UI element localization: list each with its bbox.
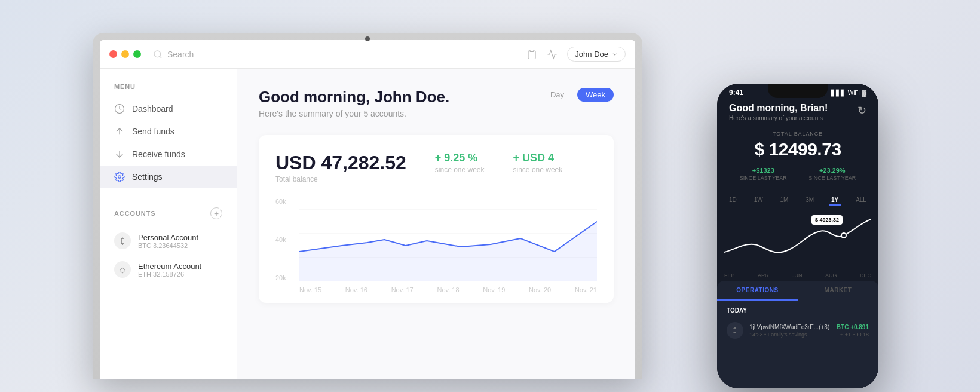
user-name: John Doe [575, 50, 608, 59]
transaction-hash: 1jLVpwtNMfXWadEe3rE...(+3) [749, 324, 831, 330]
balance-amount: USD 47,282.52 [275, 152, 406, 174]
settings-icon [114, 172, 125, 182]
phone-balance-label: TOTAL BALANCE [729, 131, 866, 137]
send-icon [114, 126, 125, 137]
svg-point-0 [154, 51, 161, 57]
tab-operations[interactable]: OPERATIONS [717, 281, 798, 301]
change-usd-stat: + USD 4 since one week [513, 152, 563, 183]
y-label-20k: 20k [275, 274, 297, 281]
chart-card: USD 47,282.52 Total balance + 9.25 % sin… [259, 135, 614, 303]
user-badge[interactable]: John Doe [567, 47, 626, 62]
clipboard-icon[interactable] [526, 49, 537, 60]
svg-rect-2 [530, 50, 534, 51]
wifi-icon: WiFi [848, 90, 860, 96]
dashboard-label: Dashboard [132, 104, 173, 114]
account-item-ethereum[interactable]: ◇ Ethereum Account ETH 32.158726 [100, 255, 237, 284]
sidebar-item-dashboard[interactable]: Dashboard [100, 97, 237, 120]
menu-section-title: MENU [100, 83, 237, 90]
change-pct-label: since one week [435, 166, 485, 174]
personal-account-sub: BTC 3.23644532 [138, 242, 198, 249]
sidebar-item-receive-funds[interactable]: Receive funds [100, 143, 237, 166]
activity-icon[interactable] [547, 49, 558, 60]
period-1y[interactable]: 1Y [829, 195, 841, 206]
change-usd-label: since one week [513, 166, 563, 174]
y-label-40k: 40k [275, 236, 297, 243]
accounts-section-title: ACCOUNTS [114, 210, 155, 217]
phone-change-dollar-value: +$1323 [729, 167, 798, 174]
phone-balance-changes: +$1323 SINCE LAST YEAR +23.29% SINCE LAS… [729, 164, 866, 183]
x-label-4: Nov. 19 [483, 286, 505, 293]
phone-balance-section: TOTAL BALANCE $ 12499.73 +$1323 SINCE LA… [717, 128, 878, 191]
sidebar-item-settings[interactable]: Settings [100, 166, 237, 188]
sidebar-nav: Dashboard Send funds Recei [100, 97, 237, 188]
phone-change-dollar-label: SINCE LAST YEAR [729, 175, 798, 181]
search-bar[interactable]: Search [153, 50, 526, 59]
phone-greeting: Good morning, Brian! [729, 103, 828, 114]
app-body: MENU Dashboard Send funds [100, 69, 635, 379]
laptop-outer: Search John Doe [93, 33, 642, 379]
maximize-button[interactable] [133, 50, 141, 58]
phone-transaction-item[interactable]: ₿ 1jLVpwtNMfXWadEe3rE...(+3) 14:23 • Fam… [717, 317, 878, 344]
phone-chart-x-labels: FEB APR JUN AUG DEC [717, 270, 878, 278]
phone-bottom-section: OPERATIONS MARKET TODAY ₿ 1jLVpwtNMfXWad… [717, 281, 878, 388]
x-label-6: Nov. 21 [575, 286, 597, 293]
x-apr: APR [758, 272, 769, 278]
period-1d[interactable]: 1D [727, 195, 739, 206]
transaction-amount: BTC +0.891 € +1,590.18 [837, 324, 869, 338]
phone-change-pct-value: +23.29% [798, 167, 867, 174]
dashboard-icon [114, 103, 125, 114]
svg-line-1 [160, 56, 161, 58]
top-bar-actions: John Doe [526, 47, 626, 62]
tab-market[interactable]: MARKET [798, 281, 878, 301]
phone-status-icons: ▋▋▋ WiFi ▓ [831, 90, 866, 96]
phone-screen: 9:41 ▋▋▋ WiFi ▓ Good morning, Brian! Her… [717, 84, 878, 388]
receive-icon [114, 149, 125, 160]
change-usd-value: + USD 4 [513, 152, 563, 164]
eth-icon: ◇ [114, 261, 131, 278]
add-account-button[interactable]: + [210, 207, 222, 219]
period-1m[interactable]: 1M [778, 195, 791, 206]
phone-tabs: OPERATIONS MARKET [717, 281, 878, 301]
phone-outer: 9:41 ▋▋▋ WiFi ▓ Good morning, Brian! Her… [717, 84, 878, 388]
main-content: Good morning, John Doe. Here's the summa… [237, 69, 635, 379]
minimize-button[interactable] [121, 50, 129, 58]
change-pct-value: + 9.25 % [435, 152, 485, 164]
chart-stats-row: USD 47,282.52 Total balance + 9.25 % sin… [275, 152, 597, 183]
change-pct-stat: + 9.25 % since one week [435, 152, 485, 183]
line-chart-svg [299, 198, 597, 281]
phone-balance-amount: $ 12499.73 [729, 139, 866, 160]
period-toggle: Day Week [542, 88, 614, 102]
personal-account-name: Personal Account [138, 233, 198, 242]
transaction-fiat: € +1,590.18 [837, 332, 869, 338]
svg-point-6 [118, 176, 121, 179]
period-1w[interactable]: 1W [752, 195, 765, 206]
chart-y-labels: 60k 40k 20k [275, 198, 297, 281]
accounts-header: ACCOUNTS + [100, 207, 237, 219]
top-bar: Search John Doe [100, 40, 635, 69]
period-week-button[interactable]: Week [577, 88, 614, 102]
refresh-icon[interactable]: ↻ [858, 104, 866, 117]
x-feb: FEB [724, 272, 735, 278]
phone-change-pct-label: SINCE LAST YEAR [798, 175, 867, 181]
transaction-crypto: BTC +0.891 [837, 324, 869, 330]
traffic-lights [109, 50, 141, 58]
chart-area: 60k 40k 20k [275, 198, 597, 293]
transaction-icon: ₿ [727, 322, 743, 339]
balance-stat: USD 47,282.52 Total balance [275, 152, 406, 183]
x-label-2: Nov. 17 [391, 286, 414, 293]
period-day-button[interactable]: Day [542, 88, 572, 102]
sidebar-item-send-funds[interactable]: Send funds [100, 120, 237, 143]
close-button[interactable] [109, 50, 117, 58]
period-3m[interactable]: 3M [803, 195, 816, 206]
phone: 9:41 ▋▋▋ WiFi ▓ Good morning, Brian! Her… [717, 84, 878, 388]
x-jun: JUN [792, 272, 803, 278]
period-all[interactable]: ALL [853, 195, 869, 206]
x-dec: DEC [860, 272, 871, 278]
account-item-personal[interactable]: ₿ Personal Account BTC 3.23644532 [100, 226, 237, 255]
greeting-row: Good morning, John Doe. Here's the summa… [259, 88, 614, 118]
transaction-info: 1jLVpwtNMfXWadEe3rE...(+3) 14:23 • Famil… [749, 324, 831, 338]
btc-icon: ₿ [114, 232, 131, 249]
search-icon [153, 50, 163, 59]
laptop-camera [365, 36, 370, 41]
phone-change-pct: +23.29% SINCE LAST YEAR [798, 164, 867, 183]
